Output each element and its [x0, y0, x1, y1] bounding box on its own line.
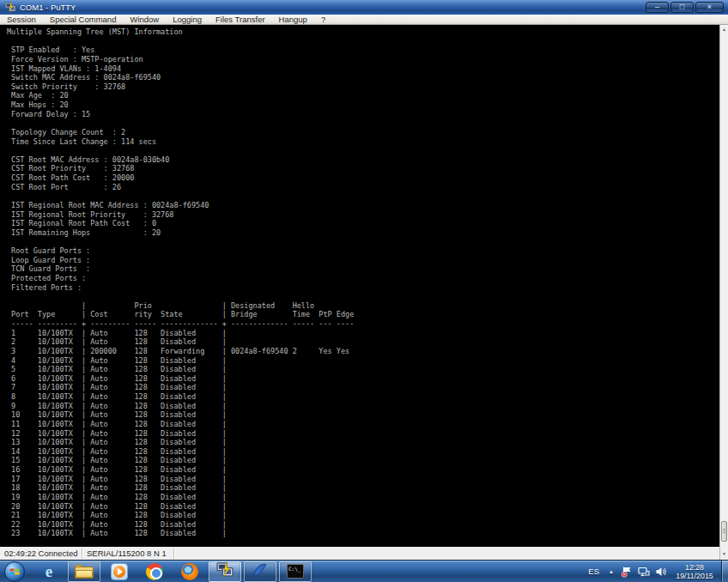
putty-app-icon [4, 2, 16, 13]
connection-status: 02:49:22 Connected [1, 548, 82, 559]
clock[interactable]: 12:28 19/11/2015 [672, 563, 717, 580]
folder-icon [75, 565, 94, 579]
internet-explorer-icon: e [46, 562, 52, 581]
hidden-icons-button[interactable]: ▲ [604, 569, 618, 574]
media-player-icon [111, 563, 128, 580]
command-prompt-icon: C:\_ [287, 564, 304, 579]
wireshark-fin-icon [252, 562, 269, 581]
start-button[interactable] [0, 561, 29, 582]
taskbar-firefox-button[interactable] [173, 561, 206, 582]
scrollbar-down-icon[interactable]: ▼ [720, 549, 728, 558]
titlebar[interactable]: COM1 - PuTTY – □ × [0, 0, 728, 15]
menu-hangup[interactable]: Hangup [272, 15, 314, 24]
menu-logging[interactable]: Logging [166, 15, 209, 24]
volume-icon[interactable] [654, 565, 668, 579]
window-title: COM1 - PuTTY [20, 3, 76, 12]
scrollbar-up-icon[interactable]: ▲ [720, 25, 728, 33]
menu-files-transfer[interactable]: Files Transfer [209, 15, 272, 24]
terminal-screen[interactable]: Multiple Spanning Tree (MST) Information… [0, 25, 719, 547]
windows-logo-icon [4, 561, 25, 582]
language-indicator[interactable]: ES [583, 567, 604, 576]
terminal-scrollbar[interactable]: ▲ ▼ [719, 25, 728, 560]
close-button[interactable]: × [695, 2, 724, 13]
taskbar-app-buttons: e [33, 561, 312, 582]
taskbar-windows-explorer-button[interactable] [68, 561, 100, 582]
screen: COM1 - PuTTY – □ × Session Special Comma… [0, 0, 728, 582]
taskbar-putty-button[interactable] [209, 561, 241, 582]
minimize-button[interactable]: – [646, 2, 669, 13]
menu-window[interactable]: Window [123, 15, 166, 24]
putty-icon [215, 561, 234, 582]
taskbar-media-player-button[interactable] [103, 561, 136, 582]
putty-window: COM1 - PuTTY – □ × Session Special Comma… [0, 0, 728, 560]
show-desktop-button[interactable] [721, 561, 728, 582]
system-tray: ES ▲ [583, 561, 728, 582]
taskbar-wireshark-button[interactable] [244, 561, 276, 582]
tray-time: 12:28 [672, 563, 717, 572]
taskbar-command-prompt-button[interactable]: C:\_ [279, 561, 312, 582]
menu-session[interactable]: Session [0, 15, 43, 24]
window-controls: – □ × [646, 2, 725, 13]
terminal-output: Multiple Spanning Tree (MST) Information… [0, 25, 719, 538]
menubar: Session Special Command Window Logging F… [0, 15, 728, 25]
taskbar-internet-explorer-button[interactable]: e [33, 561, 65, 582]
taskbar-chrome-button[interactable] [138, 561, 171, 582]
maximize-button[interactable]: □ [670, 2, 694, 13]
menu-help[interactable]: ? [314, 15, 332, 24]
statusbar: 02:49:22 Connected SERIAL/115200 8 N 1 [0, 547, 719, 560]
scrollbar-thumb[interactable] [721, 521, 727, 542]
chrome-icon [146, 563, 163, 580]
tray-date: 19/11/2015 [672, 572, 717, 580]
network-icon[interactable] [637, 565, 651, 579]
firefox-icon [181, 563, 198, 580]
menu-special-command[interactable]: Special Command [43, 15, 124, 24]
taskbar: e [0, 560, 728, 582]
serial-settings: SERIAL/115200 8 N 1 [83, 548, 174, 559]
action-center-flag-icon[interactable] [620, 565, 634, 579]
